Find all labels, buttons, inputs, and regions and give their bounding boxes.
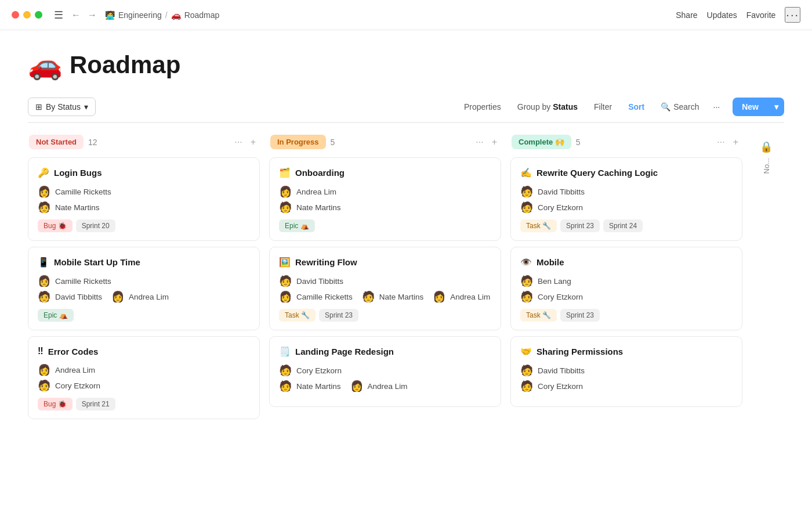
properties-button[interactable]: Properties — [457, 98, 508, 116]
card-title-in-progress-1: 🖼️Rewriting Flow — [279, 257, 491, 268]
person-name-1: Cory Etzkorn — [538, 203, 583, 212]
sort-button[interactable]: Sort — [621, 98, 651, 116]
card-not-started-0[interactable]: 🔑Login Bugs👩Camille Ricketts🧑Nate Martin… — [28, 157, 260, 241]
minimize-button[interactable] — [23, 11, 31, 19]
column-add-button-complete[interactable]: + — [730, 135, 741, 149]
card-person-row-rest-in-progress-2: 🧑Nate Martins👩Andrea Lim — [279, 380, 491, 392]
card-tags-in-progress-0: Epic ⛺ — [279, 219, 491, 232]
back-arrow-icon[interactable]: ← — [69, 9, 83, 21]
breadcrumb-page[interactable]: Roadmap — [184, 10, 220, 20]
new-button-label: New — [733, 98, 768, 116]
card-title-text-complete-2: Sharing Permissions — [536, 347, 623, 356]
hidden-column-label: No... — [762, 158, 771, 174]
card-emoji-in-progress-2: 🗒️ — [279, 346, 291, 357]
maximize-button[interactable] — [35, 11, 42, 19]
person-name-0: David Tibbitts — [538, 188, 585, 196]
tag-sprint-2: Sprint 24 — [603, 219, 643, 232]
card-person-complete-1-1: 🧑Cory Etzkorn — [520, 290, 733, 303]
card-person-complete-0-1: 🧑Cory Etzkorn — [520, 201, 733, 214]
card-in-progress-0[interactable]: 🗂️Onboarding👩Andrea Lim🧑Nate MartinsEpic… — [269, 157, 501, 241]
column-add-button-not-started[interactable]: + — [248, 135, 259, 149]
card-person-not-started-1-0: 👩Camille Ricketts — [38, 275, 250, 287]
avatar: 🧑 — [279, 364, 292, 377]
new-button[interactable]: New ▾ — [733, 98, 784, 116]
tag-epic-0: Epic ⛺ — [38, 309, 74, 322]
person-name-1: David Tibbitts — [55, 293, 102, 301]
breadcrumb-separator: / — [165, 10, 168, 20]
sidebar-toggle-icon[interactable]: ☰ — [54, 9, 63, 21]
breadcrumb-workspace[interactable]: Engineering — [118, 10, 162, 20]
group-by-label: Group by — [517, 102, 553, 111]
tag-task-0: Task 🔧 — [520, 219, 557, 232]
column-not-started: Not Started12···+🔑Login Bugs👩Camille Ric… — [28, 135, 260, 425]
card-not-started-2[interactable]: ‼️Error Codes👩Andrea Lim🧑Cory EtzkornBug… — [28, 336, 260, 419]
column-more-button-not-started[interactable]: ··· — [231, 135, 245, 149]
avatar: 👩 — [279, 290, 292, 303]
card-title-text-in-progress-0: Onboarding — [295, 168, 345, 178]
status-badge-complete: Complete 🙌 — [512, 135, 571, 149]
person-name-1: Nate Martins — [55, 203, 100, 212]
hidden-column-icon: 🔒 — [760, 140, 773, 153]
view-selector-button[interactable]: ⊞ By Status ▾ — [28, 98, 96, 116]
column-header-complete: Complete 🙌5···+ — [510, 135, 742, 149]
favorite-button[interactable]: Favorite — [746, 10, 776, 20]
more-options-button[interactable]: ··· — [785, 7, 800, 23]
card-emoji-not-started-0: 🔑 — [38, 167, 49, 178]
breadcrumb-page-emoji: 🚗 — [171, 10, 181, 20]
toolbar-more-button[interactable]: ··· — [709, 98, 725, 116]
card-title-not-started-0: 🔑Login Bugs — [38, 167, 250, 178]
card-person-complete-1-0: 🧑Ben Lang — [520, 275, 733, 287]
person-name-1: Nate Martins — [296, 382, 341, 391]
card-in-progress-1[interactable]: 🖼️Rewriting Flow🧑David Tibbitts👩Camille … — [269, 247, 501, 330]
column-add-button-in-progress[interactable]: + — [489, 135, 500, 149]
column-complete: Complete 🙌5···+✍️Rewrite Query Caching L… — [510, 135, 742, 425]
titlebar-left: ☰ ← → 🧑‍💻 Engineering / 🚗 Roadmap — [12, 9, 219, 21]
card-tags-not-started-1: Epic ⛺ — [38, 309, 250, 322]
card-title-in-progress-2: 🗒️Landing Page Redesign — [279, 346, 491, 357]
card-complete-0[interactable]: ✍️Rewrite Query Caching Logic🧑David Tibb… — [510, 157, 742, 241]
person-name-1: Camille Ricketts — [296, 293, 353, 301]
card-person-row-rest-in-progress-1: 👩Camille Ricketts🧑Nate Martins👩Andrea Li… — [279, 290, 491, 303]
share-button[interactable]: Share — [676, 10, 697, 20]
avatar: 👩 — [350, 380, 363, 392]
card-not-started-1[interactable]: 📱Mobile Start Up Time👩Camille Ricketts🧑D… — [28, 247, 260, 330]
updates-button[interactable]: Updates — [707, 10, 737, 20]
forward-arrow-icon[interactable]: → — [85, 9, 99, 21]
breadcrumb: 🧑‍💻 Engineering / 🚗 Roadmap — [105, 10, 219, 20]
nav-arrows: ← → — [69, 9, 99, 21]
page-title-emoji: 🚗 — [28, 49, 63, 81]
group-by-button[interactable]: Group by Status — [510, 98, 585, 116]
filter-button[interactable]: Filter — [587, 98, 619, 116]
avatar: 🧑 — [520, 185, 533, 198]
avatar: 🧑 — [520, 380, 533, 392]
card-person-not-started-0-0: 👩Camille Ricketts — [38, 185, 250, 198]
search-button[interactable]: 🔍 Search — [654, 98, 706, 116]
card-title-in-progress-0: 🗂️Onboarding — [279, 167, 491, 178]
avatar: 🧑 — [520, 275, 533, 287]
column-in-progress: In Progress5···+🗂️Onboarding👩Andrea Lim🧑… — [269, 135, 501, 425]
new-button-dropdown-icon[interactable]: ▾ — [768, 98, 784, 116]
toolbar-right: New ▾ — [729, 98, 784, 116]
card-complete-2[interactable]: 🤝Sharing Permissions🧑David Tibbitts🧑Cory… — [510, 336, 742, 407]
card-in-progress-2[interactable]: 🗒️Landing Page Redesign🧑Cory Etzkorn🧑Nat… — [269, 336, 501, 407]
card-tags-not-started-0: Bug 🐞Sprint 20 — [38, 219, 250, 232]
status-badge-in-progress: In Progress — [270, 135, 326, 149]
card-emoji-complete-2: 🤝 — [520, 346, 532, 357]
chevron-down-icon: ▾ — [84, 102, 88, 111]
card-complete-1[interactable]: 👁️Mobile🧑Ben Lang🧑Cory EtzkornTask 🔧Spri… — [510, 247, 742, 330]
page-title: Roadmap — [70, 51, 180, 79]
column-more-button-in-progress[interactable]: ··· — [473, 135, 486, 149]
tag-task-0: Task 🔧 — [520, 309, 557, 322]
search-label: Search — [673, 102, 699, 111]
avatar: 👩 — [38, 363, 50, 376]
card-person-not-started-2-1: 🧑Cory Etzkorn — [38, 379, 250, 392]
avatar: 🧑 — [279, 380, 292, 392]
column-actions-not-started: ···+ — [231, 135, 259, 149]
board: Not Started12···+🔑Login Bugs👩Camille Ric… — [28, 135, 784, 437]
column-actions-in-progress: ···+ — [473, 135, 500, 149]
column-more-button-complete[interactable]: ··· — [714, 135, 727, 149]
card-person-in-progress-1-1: 👩Camille Ricketts — [279, 290, 353, 303]
card-title-text-in-progress-1: Rewriting Flow — [295, 257, 357, 267]
person-name-0: Andrea Lim — [55, 366, 95, 374]
close-button[interactable] — [12, 11, 19, 19]
